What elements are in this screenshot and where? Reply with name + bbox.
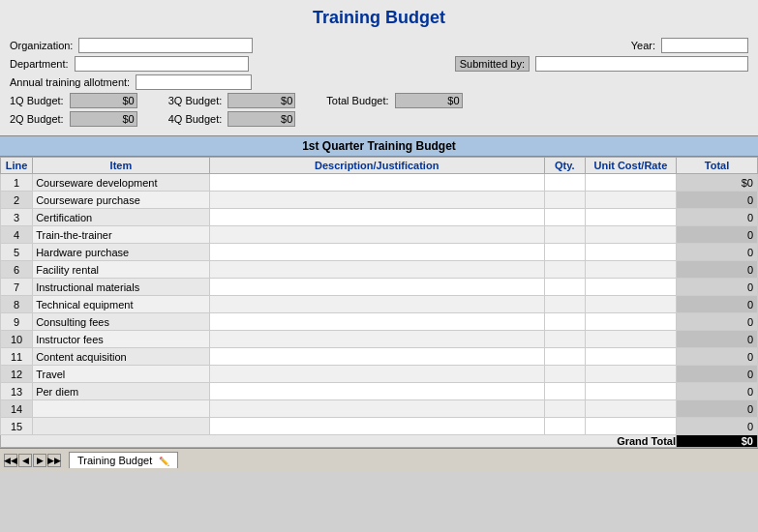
item-cell[interactable] xyxy=(33,400,209,418)
item-cell[interactable]: Travel xyxy=(33,366,209,383)
desc-cell[interactable] xyxy=(209,418,544,435)
rate-cell[interactable] xyxy=(585,296,676,313)
qty-cell[interactable] xyxy=(544,418,585,435)
qty-cell[interactable] xyxy=(544,261,585,279)
grand-total-footer: Grand Total $0 xyxy=(1,435,758,448)
item-cell[interactable] xyxy=(33,418,209,435)
rate-cell[interactable] xyxy=(585,366,676,383)
tab-label: Training Budget xyxy=(77,455,152,466)
line-cell: 4 xyxy=(1,226,33,244)
desc-cell[interactable] xyxy=(209,261,544,279)
line-cell: 15 xyxy=(1,418,33,435)
qty-cell[interactable] xyxy=(544,296,585,313)
qty-cell[interactable] xyxy=(544,366,585,383)
item-cell[interactable]: Consulting fees xyxy=(33,313,209,331)
table-row: 150 xyxy=(1,418,758,435)
desc-cell[interactable] xyxy=(209,226,544,244)
qty-cell[interactable] xyxy=(544,209,585,226)
sheet-tab[interactable]: Training Budget ✏️ xyxy=(69,452,178,468)
tab-icon: ✏️ xyxy=(159,457,169,466)
col-desc: Description/Justification xyxy=(209,158,544,174)
desc-cell[interactable] xyxy=(209,313,544,331)
qty-cell[interactable] xyxy=(544,313,585,331)
nav-next[interactable]: ▶ xyxy=(33,454,46,467)
budget-tbody: 1Courseware development$02Courseware pur… xyxy=(1,174,758,435)
table-row: 4Train-the-trainer0 xyxy=(1,226,758,244)
item-cell[interactable]: Train-the-trainer xyxy=(33,226,209,244)
item-cell[interactable]: Facility rental xyxy=(33,261,209,279)
table-row: 3Certification0 xyxy=(1,209,758,226)
rate-cell[interactable] xyxy=(585,209,676,226)
rate-cell[interactable] xyxy=(585,313,676,331)
nav-prev[interactable]: ◀ xyxy=(18,454,32,467)
table-header-row: Line Item Description/Justification Qty.… xyxy=(1,158,758,174)
qty-cell[interactable] xyxy=(544,244,585,261)
qty-cell[interactable] xyxy=(544,348,585,366)
grand-total-label: Grand Total xyxy=(1,435,677,448)
line-cell: 6 xyxy=(1,261,33,279)
qty-cell[interactable] xyxy=(544,331,585,348)
qty-cell[interactable] xyxy=(544,279,585,296)
qty-cell[interactable] xyxy=(544,400,585,418)
item-cell[interactable]: Certification xyxy=(33,209,209,226)
rate-cell[interactable] xyxy=(585,174,676,192)
total-cell: 0 xyxy=(677,209,758,226)
item-cell[interactable]: Content acquisition xyxy=(33,348,209,366)
rate-cell[interactable] xyxy=(585,348,676,366)
table-row: 10Instructor fees0 xyxy=(1,331,758,348)
item-cell[interactable]: Per diem xyxy=(33,383,209,400)
desc-cell[interactable] xyxy=(209,400,544,418)
rate-cell[interactable] xyxy=(585,261,676,279)
rate-cell[interactable] xyxy=(585,279,676,296)
rate-cell[interactable] xyxy=(585,383,676,400)
rate-cell[interactable] xyxy=(585,418,676,435)
nav-first[interactable]: ◀◀ xyxy=(4,454,17,467)
table-row: 1Courseware development$0 xyxy=(1,174,758,192)
line-cell: 11 xyxy=(1,348,33,366)
submitted-label: Submitted by: xyxy=(455,56,530,72)
dept-input[interactable] xyxy=(75,56,249,72)
desc-cell[interactable] xyxy=(209,279,544,296)
item-cell[interactable]: Instructional materials xyxy=(33,279,209,296)
total-input[interactable] xyxy=(395,93,463,108)
desc-cell[interactable] xyxy=(209,331,544,348)
qty-cell[interactable] xyxy=(544,226,585,244)
year-input[interactable] xyxy=(661,38,748,53)
total-cell: 0 xyxy=(677,226,758,244)
qty-cell[interactable] xyxy=(544,192,585,209)
line-cell: 2 xyxy=(1,192,33,209)
item-cell[interactable]: Courseware development xyxy=(33,174,209,192)
desc-cell[interactable] xyxy=(209,244,544,261)
total-cell: 0 xyxy=(677,296,758,313)
qty-cell[interactable] xyxy=(544,383,585,400)
desc-cell[interactable] xyxy=(209,209,544,226)
desc-cell[interactable] xyxy=(209,366,544,383)
q4-input[interactable] xyxy=(227,111,295,127)
item-cell[interactable]: Hardware purchase xyxy=(33,244,209,261)
desc-cell[interactable] xyxy=(209,296,544,313)
total-cell: 0 xyxy=(677,261,758,279)
desc-cell[interactable] xyxy=(209,174,544,192)
col-line: Line xyxy=(1,158,33,174)
rate-cell[interactable] xyxy=(585,192,676,209)
rate-cell[interactable] xyxy=(585,226,676,244)
desc-cell[interactable] xyxy=(209,348,544,366)
q2-input[interactable] xyxy=(70,111,137,127)
org-input[interactable] xyxy=(78,38,253,53)
allotment-input[interactable] xyxy=(136,74,252,90)
q3-input[interactable] xyxy=(227,93,295,108)
q2q4-row: 2Q Budget: 4Q Budget: xyxy=(10,111,748,127)
q4-label: 4Q Budget: xyxy=(168,113,223,125)
item-cell[interactable]: Courseware purchase xyxy=(33,192,209,209)
rate-cell[interactable] xyxy=(585,331,676,348)
nav-last[interactable]: ▶▶ xyxy=(47,454,61,467)
qty-cell[interactable] xyxy=(544,174,585,192)
desc-cell[interactable] xyxy=(209,192,544,209)
submitted-input[interactable] xyxy=(535,56,748,72)
item-cell[interactable]: Instructor fees xyxy=(33,331,209,348)
q1-input[interactable] xyxy=(70,93,137,108)
rate-cell[interactable] xyxy=(585,400,676,418)
rate-cell[interactable] xyxy=(585,244,676,261)
desc-cell[interactable] xyxy=(209,383,544,400)
item-cell[interactable]: Technical equipment xyxy=(33,296,209,313)
